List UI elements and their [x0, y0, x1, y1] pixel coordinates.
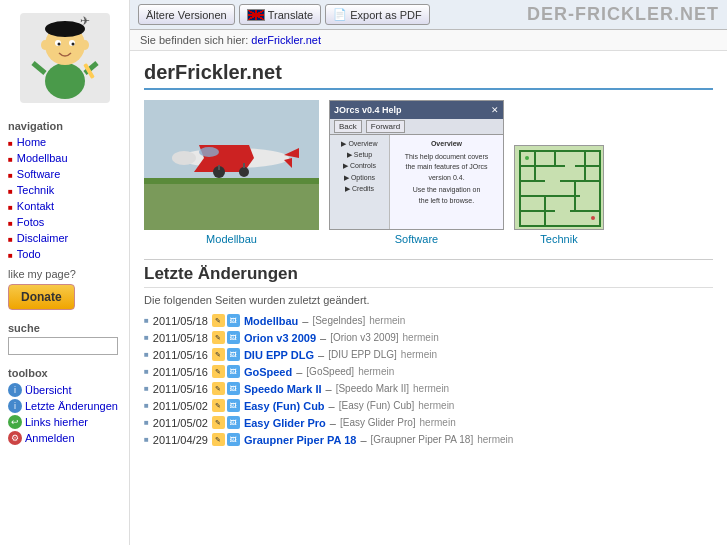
change-bracket-0: [Segelndes]	[312, 315, 365, 326]
nav-link-modellbau[interactable]: Modellbau	[17, 152, 68, 164]
svg-point-42	[591, 216, 595, 220]
search-input[interactable]	[8, 337, 118, 355]
feature-technik: Technik	[514, 145, 604, 245]
change-icons-0: ✎ 🖼	[212, 314, 240, 327]
toolbox-list: i Übersicht i Letzte Änderungen ↩ Links …	[8, 382, 121, 446]
toolbox-link-ubersicht[interactable]: Übersicht	[25, 384, 71, 396]
change-date-0: 2011/05/18	[153, 315, 208, 327]
change-item-6: 2011/05/02 ✎ 🖼 Easy Glider Pro – [Easy G…	[144, 414, 713, 431]
logo-image: ✈	[20, 13, 110, 103]
edit-icon-1: ✎	[212, 331, 225, 344]
toolbox-title: toolbox	[8, 367, 121, 379]
svg-point-7	[41, 40, 49, 50]
export-pdf-label: Export as PDF	[350, 9, 422, 21]
feature-modellbau: Modellbau	[144, 100, 319, 245]
change-link-0[interactable]: Modellbau	[244, 315, 298, 327]
nav-item-todo[interactable]: Todo	[8, 246, 121, 262]
maze-svg	[515, 146, 604, 230]
img-icon-7: 🖼	[227, 433, 240, 446]
svg-point-5	[57, 43, 60, 46]
svg-line-9	[33, 63, 45, 73]
svg-point-41	[525, 156, 529, 160]
change-item-1: 2011/05/18 ✎ 🖼 Orion v3 2009 – [Orion v3…	[144, 329, 713, 346]
nav-item-fotos[interactable]: Fotos	[8, 214, 121, 230]
nav-link-todo[interactable]: Todo	[17, 248, 41, 260]
edit-icon-0: ✎	[212, 314, 225, 327]
software-image: JOrcs v0.4 Help ✕ Back Forward ▶ Overvie…	[329, 100, 504, 230]
change-link-1[interactable]: Orion v3 2009	[244, 332, 316, 344]
toolbox-item-anmelden[interactable]: ⚙ Anmelden	[8, 430, 121, 446]
toolbox-link-links[interactable]: Links hierher	[25, 416, 88, 428]
breadcrumb: Sie befinden sich hier: derFrickler.net	[130, 30, 727, 51]
changes-intro: Die folgenden Seiten wurden zuletzt geän…	[144, 294, 713, 306]
change-link-5[interactable]: Easy (Fun) Cub	[244, 400, 325, 412]
nav-link-fotos[interactable]: Fotos	[17, 216, 45, 228]
edit-icon-7: ✎	[212, 433, 225, 446]
change-dash-0: –	[302, 315, 308, 327]
change-icons-1: ✎ 🖼	[212, 331, 240, 344]
svg-point-8	[81, 40, 89, 50]
anmelden-icon: ⚙	[8, 431, 22, 445]
like-title: like my page?	[8, 268, 121, 280]
nav-link-technik[interactable]: Technik	[17, 184, 54, 196]
nav-link-software[interactable]: Software	[17, 168, 60, 180]
plane-svg	[144, 100, 319, 230]
edit-icon-6: ✎	[212, 416, 225, 429]
content-area: derFrickler.net	[130, 51, 727, 458]
toolbar-buttons: Ältere Versionen Translate 📄 Export as P…	[138, 4, 430, 25]
svg-point-6	[71, 43, 74, 46]
export-pdf-button[interactable]: 📄 Export as PDF	[325, 4, 430, 25]
change-link-3[interactable]: GoSpeed	[244, 366, 292, 378]
feature-technik-label[interactable]: Technik	[514, 233, 604, 245]
change-link-7[interactable]: Graupner Piper PA 18	[244, 434, 356, 446]
change-item-4: 2011/05/16 ✎ 🖼 Speedo Mark II – [Speedo …	[144, 380, 713, 397]
translate-button[interactable]: Translate	[239, 4, 321, 25]
img-icon-1: 🖼	[227, 331, 240, 344]
flag-uk-icon	[247, 9, 265, 21]
nav-item-software[interactable]: Software	[8, 166, 121, 182]
change-item-0: 2011/05/18 ✎ 🖼 Modellbau – [Segelndes] h…	[144, 312, 713, 329]
nav-item-modellbau[interactable]: Modellbau	[8, 150, 121, 166]
nav-section-title: navigation	[0, 116, 129, 134]
img-icon-5: 🖼	[227, 399, 240, 412]
feature-software-label[interactable]: Software	[329, 233, 504, 245]
feature-modellbau-label[interactable]: Modellbau	[144, 233, 319, 245]
pdf-icon: 📄	[333, 8, 347, 21]
toolbox-section: toolbox i Übersicht i Letzte Änderungen …	[0, 361, 129, 452]
change-link-6[interactable]: Easy Glider Pro	[244, 417, 326, 429]
edit-icon-5: ✎	[212, 399, 225, 412]
nav-link-disclaimer[interactable]: Disclaimer	[17, 232, 68, 244]
toolbox-item-letzte[interactable]: i Letzte Änderungen	[8, 398, 121, 414]
change-link-2[interactable]: DIU EPP DLG	[244, 349, 314, 361]
older-versions-button[interactable]: Ältere Versionen	[138, 4, 235, 25]
change-link-4[interactable]: Speedo Mark II	[244, 383, 322, 395]
site-logo-svg: ✈	[25, 13, 105, 103]
change-item-7: 2011/04/29 ✎ 🖼 Graupner Piper PA 18 – [G…	[144, 431, 713, 448]
breadcrumb-link[interactable]: derFrickler.net	[251, 34, 321, 46]
feature-software: JOrcs v0.4 Help ✕ Back Forward ▶ Overvie…	[329, 100, 504, 245]
technik-image	[514, 145, 604, 230]
svg-rect-15	[144, 178, 319, 184]
nav-link-home[interactable]: Home	[17, 136, 46, 148]
nav-item-home[interactable]: Home	[8, 134, 121, 150]
svg-point-24	[239, 167, 249, 177]
translate-label: Translate	[268, 9, 313, 21]
nav-link-kontakt[interactable]: Kontakt	[17, 200, 54, 212]
img-icon-0: 🖼	[227, 314, 240, 327]
toolbox-item-ubersicht[interactable]: i Übersicht	[8, 382, 121, 398]
nav-item-disclaimer[interactable]: Disclaimer	[8, 230, 121, 246]
brand-label: DER-FRICKLER.NET	[527, 4, 719, 25]
img-icon-3: 🖼	[227, 365, 240, 378]
nav-item-kontakt[interactable]: Kontakt	[8, 198, 121, 214]
edit-icon-4: ✎	[212, 382, 225, 395]
toolbox-link-anmelden[interactable]: Anmelden	[25, 432, 75, 444]
toolbox-item-links[interactable]: ↩ Links hierher	[8, 414, 121, 430]
svg-point-0	[45, 63, 85, 99]
letzte-icon: i	[8, 399, 22, 413]
change-item-5: 2011/05/02 ✎ 🖼 Easy (Fun) Cub – [Easy (F…	[144, 397, 713, 414]
change-item-3: 2011/05/16 ✎ 🖼 GoSpeed – [GoSpeed] herme…	[144, 363, 713, 380]
img-icon-6: 🖼	[227, 416, 240, 429]
nav-item-technik[interactable]: Technik	[8, 182, 121, 198]
toolbox-link-letzte[interactable]: Letzte Änderungen	[25, 400, 118, 412]
donate-button[interactable]: Donate	[8, 284, 75, 310]
